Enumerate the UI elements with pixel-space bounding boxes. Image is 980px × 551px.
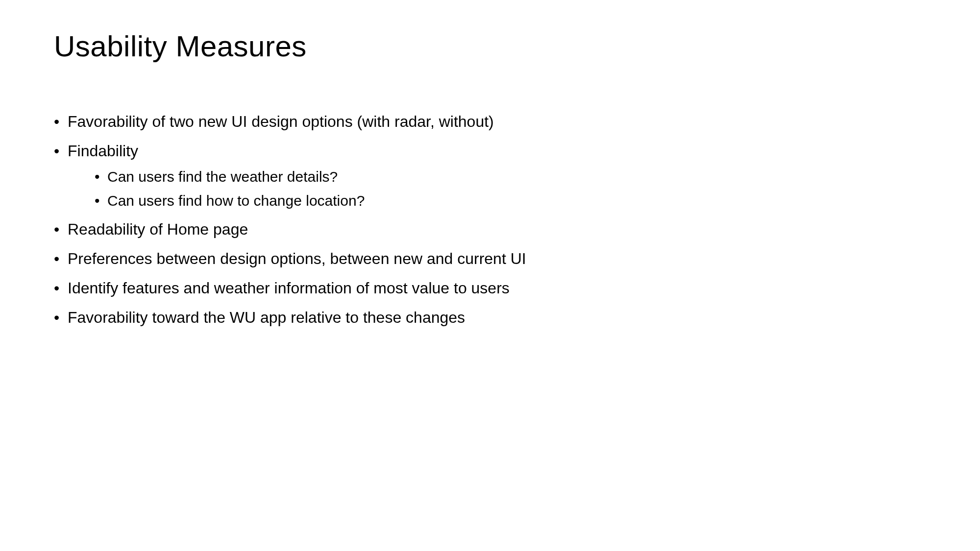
- list-item-text: Identify features and weather informatio…: [68, 279, 510, 297]
- sub-list-item: Can users find the weather details?: [95, 166, 926, 188]
- sub-list-item-text: Can users find the weather details?: [107, 168, 338, 185]
- list-item-text: Favorability toward the WU app relative …: [68, 309, 465, 326]
- list-item: Favorability of two new UI design option…: [54, 110, 926, 133]
- list-item-text: Preferences between design options, betw…: [68, 250, 526, 267]
- list-item-text: Readability of Home page: [68, 220, 248, 238]
- bullet-list: Favorability of two new UI design option…: [54, 110, 926, 329]
- list-item: Favorability toward the WU app relative …: [54, 306, 926, 329]
- list-item: Preferences between design options, betw…: [54, 247, 926, 270]
- list-item-text: Findability: [68, 142, 138, 160]
- list-item-text: Favorability of two new UI design option…: [68, 113, 494, 130]
- sub-list-item-text: Can users find how to change location?: [107, 192, 365, 209]
- list-item: Findability Can users find the weather d…: [54, 139, 926, 212]
- list-item: Readability of Home page: [54, 217, 926, 241]
- sub-bullet-list: Can users find the weather details? Can …: [95, 166, 926, 212]
- slide-title: Usability Measures: [54, 29, 926, 63]
- list-item: Identify features and weather informatio…: [54, 276, 926, 300]
- sub-list-item: Can users find how to change location?: [95, 190, 926, 212]
